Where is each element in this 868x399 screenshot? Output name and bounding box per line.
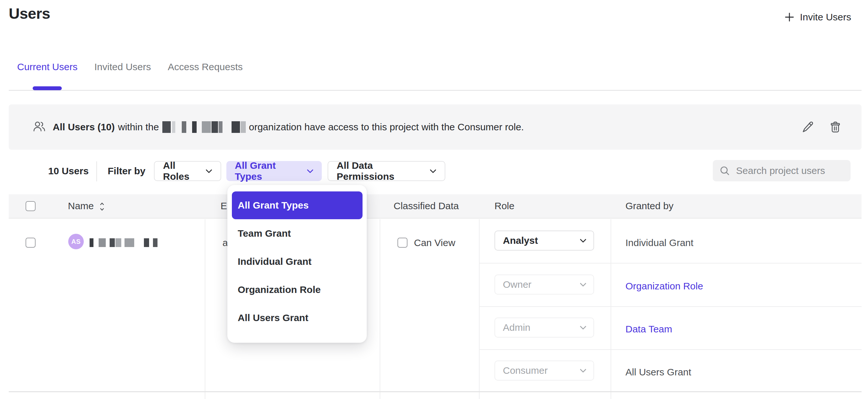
column-header-role[interactable]: Role	[494, 201, 515, 212]
menu-item-all-users-grant[interactable]: All Users Grant	[227, 304, 367, 332]
chevron-down-icon	[580, 326, 586, 330]
role-select-owner: Owner	[494, 275, 594, 295]
users-page: Users Invite Users Current Users Invited…	[0, 0, 868, 399]
banner-text: All Users (10) within the organization h…	[53, 104, 524, 150]
menu-item-individual-grant[interactable]: Individual Grant	[227, 247, 367, 275]
filter-by-label: Filter by	[108, 165, 146, 177]
user-count: 10 Users	[48, 165, 89, 177]
chevron-down-icon	[430, 169, 436, 173]
plus-icon	[784, 12, 795, 23]
role-select-admin: Admin	[494, 317, 594, 338]
active-tab-indicator	[33, 86, 62, 90]
tab-bar: Current Users Invited Users Access Reque…	[17, 61, 243, 72]
banner-mid: within the	[118, 122, 159, 132]
menu-item-organization-role[interactable]: Organization Role	[227, 275, 367, 304]
can-view-checkbox[interactable]	[398, 238, 407, 248]
redacted-org-name	[162, 121, 246, 133]
column-header-name[interactable]: Name	[68, 201, 94, 212]
all-data-permissions-filter[interactable]: All Data Permissions	[328, 161, 445, 181]
users-table: Name Email Classified Data Role Granted …	[9, 194, 862, 399]
tabs-divider	[9, 90, 862, 91]
grant-row-divider	[479, 306, 862, 307]
avatar: AS	[68, 234, 84, 249]
granted-by-data-team-link[interactable]: Data Team	[625, 324, 672, 335]
user-row-divider	[9, 391, 862, 392]
role-select-consumer: Consumer	[494, 361, 594, 380]
role-value: Analyst	[503, 235, 538, 246]
column-divider	[205, 219, 205, 399]
chevron-down-icon	[580, 283, 586, 287]
all-users-banner: All Users (10) within the organization h…	[9, 104, 862, 150]
column-divider	[380, 219, 380, 399]
grant-row-divider	[479, 349, 862, 350]
granted-by-individual-grant: Individual Grant	[625, 237, 693, 248]
role-value: Consumer	[503, 365, 548, 376]
role-select-analyst[interactable]: Analyst	[494, 231, 594, 251]
row-checkbox[interactable]	[26, 238, 36, 248]
select-all-checkbox[interactable]	[26, 201, 36, 211]
redacted-user-name	[90, 238, 157, 247]
role-value: Admin	[503, 322, 530, 333]
search-project-users	[713, 160, 850, 181]
sort-icon[interactable]	[99, 202, 105, 212]
chevron-down-icon	[206, 169, 212, 173]
avatar-initials: AS	[71, 238, 81, 245]
menu-item-all-grant-types[interactable]: All Grant Types	[232, 191, 363, 219]
page-title: Users	[9, 4, 50, 22]
grant-row-divider	[479, 263, 862, 264]
controls-divider	[96, 161, 97, 181]
table-header: Name Email Classified Data Role Granted …	[9, 194, 862, 219]
name-header-label: Name	[68, 201, 94, 211]
can-view-label: Can View	[414, 237, 455, 248]
all-grant-types-label: All Grant Types	[235, 160, 301, 182]
grant-types-dropdown-menu: All Grant Types Team Grant Individual Gr…	[227, 185, 367, 343]
edit-pencil-icon[interactable]	[801, 121, 814, 133]
search-input[interactable]	[736, 165, 843, 176]
delete-trash-icon[interactable]	[829, 121, 841, 133]
column-divider	[479, 219, 479, 399]
column-divider	[611, 219, 611, 399]
chevron-down-icon	[307, 169, 313, 173]
menu-item-team-grant[interactable]: Team Grant	[227, 219, 367, 247]
granted-by-organization-role-link[interactable]: Organization Role	[625, 281, 703, 291]
banner-tail: organization have access to this project…	[249, 122, 524, 132]
granted-by-all-users-grant: All Users Grant	[625, 367, 691, 378]
tab-access-requests[interactable]: Access Requests	[168, 61, 243, 72]
banner-bold: All Users (10)	[53, 122, 115, 132]
invite-users-button[interactable]: Invite Users	[784, 12, 851, 23]
all-grant-types-filter[interactable]: All Grant Types	[226, 161, 322, 181]
invite-users-label: Invite Users	[800, 12, 851, 23]
search-icon	[719, 165, 730, 176]
tab-invited-users[interactable]: Invited Users	[94, 61, 151, 72]
tab-current-users[interactable]: Current Users	[17, 61, 78, 72]
users-group-icon	[33, 121, 45, 132]
role-value: Owner	[503, 279, 531, 290]
chevron-down-icon	[580, 239, 586, 243]
column-header-classified[interactable]: Classified Data	[394, 201, 459, 212]
all-roles-label: All Roles	[163, 160, 199, 182]
all-data-permissions-label: All Data Permissions	[337, 160, 423, 182]
chevron-down-icon	[580, 369, 586, 373]
column-header-granted-by[interactable]: Granted by	[625, 201, 673, 212]
banner-actions	[801, 104, 841, 150]
all-roles-filter[interactable]: All Roles	[154, 161, 221, 181]
